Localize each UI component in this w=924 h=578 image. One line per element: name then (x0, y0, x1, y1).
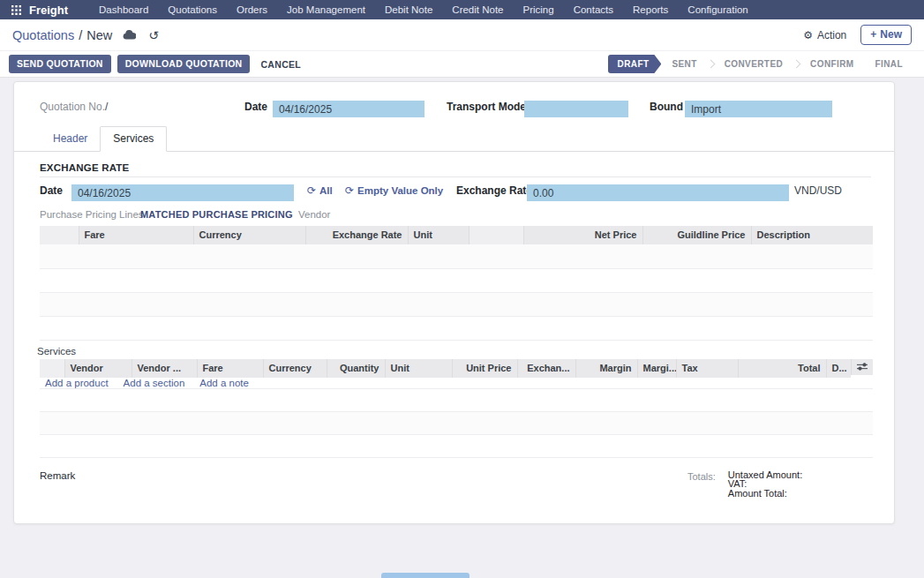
control-panel-right: ⚙ Action + New (803, 25, 912, 45)
bound-label: Bound (650, 101, 683, 113)
column-fare[interactable]: Fare (79, 226, 193, 244)
column-margin-2[interactable]: Margi... (637, 359, 676, 378)
spacer-column (469, 226, 523, 244)
table-row (40, 268, 873, 292)
exchange-rate-input[interactable] (527, 184, 789, 201)
download-quotation-button[interactable]: DOWNLOAD QUOTATION (117, 55, 251, 73)
add-a-note-link[interactable]: Add a note (199, 378, 249, 388)
bound-input[interactable] (685, 101, 832, 117)
send-quotation-button[interactable]: SEND QUOTATION (9, 55, 111, 73)
column-quantity[interactable]: Quantity (327, 359, 385, 378)
stage-converted[interactable]: CONVERTED (714, 59, 793, 69)
cloud-save-icon[interactable] (123, 30, 136, 40)
stage-sent[interactable]: SENT (661, 59, 707, 69)
menu-pricing[interactable]: Pricing (514, 0, 564, 19)
table-row (40, 292, 873, 316)
menu-quotations[interactable]: Quotations (158, 0, 227, 19)
exchange-date-label: Date (40, 184, 63, 197)
add-a-section-link[interactable]: Add a section (124, 378, 185, 388)
section-divider (40, 176, 871, 177)
quotation-no-value: / (105, 101, 108, 113)
notebook-tabs: Header Services (14, 126, 894, 152)
totals-label: Totals: (687, 470, 716, 482)
content-area: Quotation No. / Date Transport Mode Boun… (0, 78, 924, 524)
exchange-rate-label: Exchange Rate (456, 184, 532, 197)
new-record-button[interactable]: + New (860, 25, 912, 45)
gear-icon: ⚙ (803, 29, 813, 41)
menu-debit-note[interactable]: Debit Note (375, 0, 442, 19)
transport-mode-label: Transport Mode (447, 101, 526, 113)
menu-orders[interactable]: Orders (227, 0, 277, 19)
refresh-empty-value-button[interactable]: ⟳ Empty Value Only (345, 184, 443, 197)
stage-draft[interactable]: DRAFT (608, 55, 662, 73)
column-description[interactable]: D... (826, 359, 851, 378)
column-net-price[interactable]: Net Price (523, 226, 642, 244)
column-guildline-price[interactable]: Guildline Price (642, 226, 751, 244)
services-label: Services (37, 346, 894, 357)
form-header-row: Quotation No. / Date Transport Mode Boun… (14, 98, 894, 121)
column-unit[interactable]: Unit (385, 359, 452, 378)
form-footer: Remark Totals: Untaxed Amount: VAT: Amou… (40, 470, 871, 499)
menu-contacts[interactable]: Contacts (564, 0, 623, 19)
discard-undo-icon[interactable]: ↺ (148, 29, 159, 41)
column-exchange[interactable]: Exchan... (517, 359, 575, 378)
horizontal-scrollbar-thumb[interactable] (381, 573, 470, 578)
column-unit[interactable]: Unit (408, 226, 469, 244)
apps-grid-icon[interactable] (7, 0, 25, 19)
action-menu-button[interactable]: ⚙ Action (803, 29, 846, 41)
column-vendor-2[interactable]: Vendor ... (131, 359, 197, 378)
column-exchange-rate[interactable]: Exchange Rate (305, 226, 408, 244)
top-navbar: Freight Dashboard Quotations Orders Job … (0, 0, 924, 19)
menu-reports[interactable]: Reports (623, 0, 678, 19)
plus-icon: + (870, 28, 876, 41)
breadcrumb-current: New (86, 28, 112, 42)
column-currency[interactable]: Currency (263, 359, 327, 378)
column-total[interactable]: Total (738, 359, 826, 378)
stage-confirm[interactable]: CONFIRM (800, 59, 864, 69)
exchange-date-input[interactable] (71, 184, 294, 201)
column-tax[interactable]: Tax (676, 359, 738, 378)
refresh-icon: ⟳ (307, 184, 316, 197)
table-row (40, 434, 873, 457)
exchange-rate-unit: VND/USD (794, 184, 842, 197)
refresh-icon: ⟳ (345, 184, 354, 197)
purchase-table-header: Fare Currency Exchange Rate Unit Net Pri… (40, 226, 873, 244)
matched-purchase-pricing-button[interactable]: MATCHED PURCHASE PRICING (140, 209, 293, 220)
exchange-rate-row: Date ⟳ All ⟳ Empty Value Only Exchange R… (14, 183, 894, 204)
date-label: Date (244, 101, 267, 113)
menu-credit-note[interactable]: Credit Note (442, 0, 513, 19)
column-description[interactable]: Description (751, 226, 873, 244)
transport-mode-input[interactable] (524, 101, 628, 117)
main-menu: Dashboard Quotations Orders Job Manageme… (89, 0, 758, 19)
remark-label: Remark (40, 470, 75, 499)
amount-total-label: Amount Total: (728, 489, 802, 499)
menu-job-management[interactable]: Job Management (277, 0, 375, 19)
cancel-button[interactable]: CANCEL (260, 59, 301, 70)
table-row (40, 244, 873, 268)
column-unit-price[interactable]: Unit Price (452, 359, 517, 378)
tab-services[interactable]: Services (100, 126, 167, 152)
add-a-product-link[interactable]: Add a product (45, 378, 109, 388)
vendor-label: Vendor (298, 209, 330, 220)
column-margin[interactable]: Margin (575, 359, 637, 378)
form-button-bar: SEND QUOTATION DOWNLOAD QUOTATION CANCEL… (0, 51, 924, 78)
table-row (40, 388, 873, 411)
control-panel: Quotations / New ↺ ⚙ Action + New (0, 19, 924, 51)
breadcrumb: Quotations / New (12, 28, 112, 42)
stage-final[interactable]: FINAL (865, 59, 913, 69)
breadcrumb-quotations-link[interactable]: Quotations (12, 28, 74, 42)
column-currency[interactable]: Currency (193, 226, 305, 244)
optional-columns-icon[interactable] (851, 359, 873, 375)
breadcrumb-separator: / (79, 28, 82, 42)
purchase-pricing-table: Fare Currency Exchange Rate Unit Net Pri… (40, 226, 873, 341)
action-label: Action (817, 29, 846, 41)
column-fare[interactable]: Fare (197, 359, 263, 378)
app-title[interactable]: Freight (29, 4, 68, 17)
row-handle-column (40, 359, 64, 378)
refresh-all-button[interactable]: ⟳ All (307, 184, 333, 197)
column-vendor[interactable]: Vendor (64, 359, 131, 378)
menu-dashboard[interactable]: Dashboard (89, 0, 158, 19)
menu-configuration[interactable]: Configuration (678, 0, 757, 19)
tab-header[interactable]: Header (41, 127, 100, 151)
date-input[interactable] (273, 101, 424, 117)
